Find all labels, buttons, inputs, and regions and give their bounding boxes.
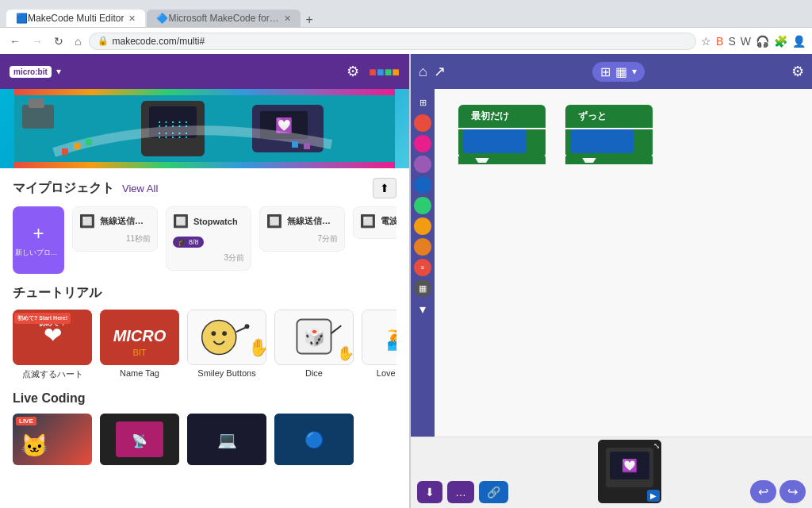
share-icon-right[interactable]: ↗ [434, 63, 446, 80]
tab-close[interactable]: ✕ [128, 13, 136, 24]
svg-text:💻: 💻 [217, 430, 237, 449]
right-topbar: ⌂ ↗ ⊞ ▦ ▾ ⚙ [411, 54, 812, 89]
nav-bar: ← → ↻ ⌂ 🔒 makecode.com/multi# ☆ B S W 🎧 … [0, 27, 812, 54]
tutorial-thumb-0: 初めて? Start Here! ❤ 初めて？ [13, 310, 92, 365]
content-area: マイプロジェクト View All ⬆ + 新しいプロジェ… 🔲 無線送信実験 [0, 168, 409, 508]
code-icon[interactable]: ▦ [615, 64, 627, 79]
sidebar-basic[interactable] [414, 114, 431, 132]
tab-favicon2: 🔷 [156, 13, 168, 24]
blocks-icon[interactable]: ⊞ [600, 64, 611, 79]
tutorial-card-3[interactable]: 🎲 ✋ Dice [274, 310, 354, 380]
back-button[interactable]: ← [6, 33, 24, 49]
live-coding-row: LIVE 🐱 📡 [13, 414, 396, 465]
simulator-controls: ⬇ … 🔗 [417, 481, 508, 503]
tutorial-card-2[interactable]: ✋ Smiley Buttons [187, 310, 266, 380]
project-card-3[interactable]: 🔲 電波強度… [353, 206, 396, 239]
dropdown-toggle-right[interactable]: ▾ [632, 66, 637, 77]
project-time-1: 3分前 [173, 252, 244, 264]
more-options-button[interactable]: … [447, 481, 474, 503]
view-all-link[interactable]: View All [122, 183, 158, 194]
new-project-card[interactable]: + 新しいプロジェ… [13, 206, 64, 274]
tutorial-card-0[interactable]: 初めて? Start Here! ❤ 初めて？ 点滅するハート [13, 310, 92, 380]
sidebar-math[interactable]: ▦ [414, 279, 431, 297]
sidebar-led[interactable] [414, 176, 431, 194]
colorful-blocks-icon[interactable]: ■■■■ [369, 64, 400, 80]
settings-icon-right[interactable]: ⚙ [791, 63, 804, 80]
live-card-0[interactable]: LIVE 🐱 [13, 414, 92, 465]
svg-point-25 [211, 331, 216, 336]
tab-makecode-multi[interactable]: 🟦 MakeCode Multi Editor ✕ [6, 10, 145, 27]
sidebar-logic[interactable] [414, 238, 431, 256]
my-projects-title: マイプロジェクト [13, 180, 114, 197]
sidebar-grid-icon[interactable]: ⊞ [414, 94, 431, 111]
project-icon-1: 🔲 [173, 214, 189, 229]
project-card-header-0: 🔲 無線送信実験 [79, 214, 151, 229]
refresh-button[interactable]: ↻ [51, 33, 67, 49]
download-button[interactable]: ⬇ [417, 481, 442, 503]
address-text: makecode.com/multi# [112, 36, 688, 47]
main-area: micro:bit ▾ ⚙ ■■■■ [0, 54, 812, 508]
svg-rect-15 [304, 143, 310, 149]
dropdown-arrow-left: ▾ [56, 66, 61, 77]
star-icon[interactable]: ☆ [701, 35, 711, 48]
sidebar-more[interactable]: ▾ [414, 300, 431, 318]
svg-rect-0 [14, 89, 395, 95]
project-icon-3: 🔲 [360, 214, 376, 229]
blocks-canvas: 最初だけ ずっと [435, 89, 812, 437]
fullscreen-icon[interactable]: ⤡ [653, 441, 660, 450]
forever-block[interactable]: ずっと [565, 105, 653, 164]
on-start-block[interactable]: 最初だけ [458, 105, 546, 164]
live-card-3[interactable]: 🔵 [274, 414, 354, 465]
sidebar-variables[interactable]: ≡ [414, 259, 431, 276]
extensions-icon[interactable]: W [741, 35, 751, 48]
start-here-badge: 初めて? Start Here! [14, 313, 71, 324]
live-card-2[interactable]: 💻 [187, 414, 266, 465]
right-bottom-bar: ⬇ … 🔗 💟 ⤡ ▶ ↩ ↪ [411, 437, 812, 508]
redo-button[interactable]: ↪ [779, 480, 806, 503]
sidebar-loops[interactable] [414, 217, 431, 235]
upload-button[interactable]: ⬆ [373, 178, 396, 198]
tutorials-header: チュートリアル [13, 285, 396, 302]
settings-icon-left[interactable]: ⚙ [347, 63, 359, 80]
project-card-2[interactable]: 🔲 無線送信実験 7分前 [259, 206, 345, 252]
my-projects-header: マイプロジェクト View All ⬆ [13, 178, 396, 198]
tab-close2[interactable]: ✕ [284, 13, 291, 24]
tutorial-card-1[interactable]: MICRO BIT Name Tag [100, 310, 179, 380]
live-card-1[interactable]: 📡 [100, 414, 179, 465]
simulator-mini[interactable]: 💟 ⤡ ▶ [598, 440, 661, 503]
profile-icon[interactable]: 👤 [792, 35, 806, 48]
sidebar-input[interactable] [414, 135, 431, 152]
project-card-header-3: 🔲 電波強度… [360, 214, 396, 229]
tutorial-label-0: 点滅するハート [13, 368, 92, 380]
new-tab-button[interactable]: + [305, 13, 312, 27]
sidebar-music[interactable] [414, 156, 431, 173]
lock-icon: 🔒 [98, 36, 109, 46]
left-dropdown[interactable]: micro:bit ▾ [10, 66, 61, 78]
svg-point-24 [202, 320, 236, 354]
forward-button[interactable]: → [29, 33, 46, 49]
svg-text:🏊: 🏊 [386, 321, 397, 352]
home-button[interactable]: ⌂ [71, 33, 84, 49]
connect-button[interactable]: 🔗 [479, 481, 508, 503]
project-name-2: 無線送信実験 [287, 215, 338, 227]
project-card-1[interactable]: 🔲 Stopwatch 🎓 8/8 3分前 [166, 206, 251, 271]
puzzle-icon[interactable]: 🧩 [774, 35, 787, 48]
sidebar-radio[interactable] [414, 197, 431, 214]
svg-point-26 [222, 331, 227, 336]
svg-rect-13 [86, 139, 92, 145]
project-time-2: 7分前 [266, 233, 338, 244]
tutorial-thumb-2: ✋ [187, 310, 266, 365]
address-bar[interactable]: 🔒 makecode.com/multi# [89, 33, 696, 50]
tab-microsoft-makecode[interactable]: 🔷 Microsoft MakeCode for micro... ✕ [147, 10, 301, 27]
svg-rect-12 [74, 143, 80, 149]
mini-sim-btn[interactable]: ▶ [647, 490, 660, 502]
svg-text:💟: 💟 [622, 458, 638, 473]
tutorial-card-4[interactable]: 🏊 Love Mete… [362, 310, 396, 380]
project-card-0[interactable]: 🔲 無線送信実験 11秒前 [72, 206, 158, 252]
home-icon-right[interactable]: ⌂ [419, 64, 427, 80]
undo-button[interactable]: ↩ [750, 480, 776, 503]
svg-text:📡: 📡 [132, 433, 147, 448]
undo-redo-controls: ↩ ↪ [750, 480, 806, 503]
left-topbar: micro:bit ▾ ⚙ ■■■■ [0, 54, 409, 89]
tutorials-row: 初めて? Start Here! ❤ 初めて？ 点滅するハート [13, 310, 396, 380]
